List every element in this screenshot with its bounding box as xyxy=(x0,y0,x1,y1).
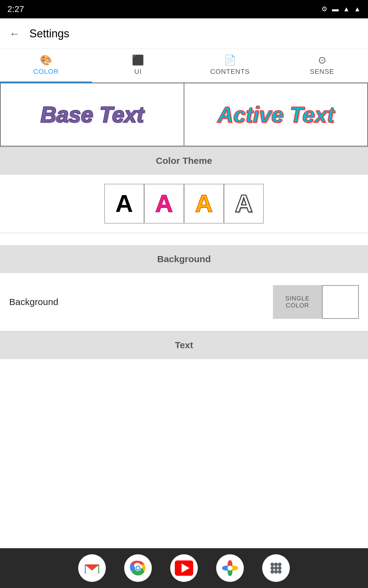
base-text-display: Base Text xyxy=(40,102,144,127)
swatch-letter-black: A xyxy=(115,190,133,218)
swatch-letter-orange: A xyxy=(195,190,213,218)
svg-point-16 xyxy=(278,563,282,566)
apps-grid-icon xyxy=(268,560,284,576)
svg-point-13 xyxy=(228,566,232,571)
swatch-letter-outline: A xyxy=(235,190,253,218)
background-label: Background xyxy=(9,297,58,307)
tab-ui[interactable]: ⬛ UI xyxy=(92,49,184,82)
photos-app[interactable] xyxy=(216,554,244,582)
youtube-icon xyxy=(175,560,193,576)
single-color-label: SINGLE COLOR xyxy=(273,295,322,309)
gmail-app[interactable] xyxy=(78,554,106,582)
top-bar: ← Settings xyxy=(0,18,368,49)
signal-icon: ▲ xyxy=(354,5,361,13)
color-theme-header: Color Theme xyxy=(0,147,368,175)
text-section-header: Text xyxy=(0,331,368,359)
background-options: SINGLE COLOR xyxy=(273,285,359,319)
chrome-app[interactable] xyxy=(124,554,152,582)
swatch-letter-pink: A xyxy=(155,190,173,218)
youtube-app[interactable] xyxy=(170,554,198,582)
status-icons: ⚙ ▬ ▲ ▲ xyxy=(321,5,361,13)
wifi-icon: ▲ xyxy=(343,5,350,13)
bottom-nav xyxy=(0,548,368,588)
photos-icon xyxy=(221,559,239,577)
svg-point-5 xyxy=(136,567,140,570)
active-text-preview[interactable]: Active Text xyxy=(184,83,368,146)
swatch-outline[interactable]: A xyxy=(224,184,264,224)
tab-color[interactable]: 🎨 COLOR xyxy=(0,49,92,82)
base-text-preview[interactable]: Base Text xyxy=(0,83,184,146)
tab-contents[interactable]: 📄 CONTENTS xyxy=(184,49,276,82)
ui-icon: ⬛ xyxy=(132,54,144,66)
active-text-display: Active Text xyxy=(217,102,334,127)
text-section-title: Text xyxy=(175,340,193,350)
swatch-pink[interactable]: A xyxy=(144,184,184,224)
background-title: Background xyxy=(157,254,211,264)
svg-point-17 xyxy=(270,566,274,570)
tab-color-label: COLOR xyxy=(33,68,59,76)
status-time: 2:27 xyxy=(7,4,24,14)
status-bar: 2:27 ⚙ ▬ ▲ ▲ xyxy=(0,0,368,18)
white-color-option[interactable] xyxy=(322,285,359,319)
background-section-header: Background xyxy=(0,245,368,273)
preview-section: Base Text Active Text xyxy=(0,83,368,147)
color-theme-title: Color Theme xyxy=(156,156,212,166)
svg-point-15 xyxy=(274,563,278,566)
back-button[interactable]: ← xyxy=(9,27,20,40)
svg-point-22 xyxy=(278,570,282,574)
gear-icon: ⚙ xyxy=(321,5,328,13)
theme-swatches: A A A A xyxy=(0,175,368,233)
gmail-icon xyxy=(83,559,101,577)
tab-ui-label: UI xyxy=(134,68,142,76)
apps-button[interactable] xyxy=(262,554,290,582)
chrome-icon xyxy=(129,559,147,577)
swatch-black[interactable]: A xyxy=(104,184,144,224)
swatch-orange[interactable]: A xyxy=(184,184,224,224)
single-color-option[interactable]: SINGLE COLOR xyxy=(273,285,322,319)
sense-icon: ⊙ xyxy=(318,54,326,66)
palette-icon: 🎨 xyxy=(40,54,52,66)
contents-icon: 📄 xyxy=(224,54,236,66)
svg-point-14 xyxy=(270,563,274,566)
page-title: Settings xyxy=(29,27,69,40)
spacer xyxy=(0,233,368,245)
background-row: Background SINGLE COLOR xyxy=(0,273,368,331)
tab-bar: 🎨 COLOR ⬛ UI 📄 CONTENTS ⊙ SENSE xyxy=(0,49,368,83)
battery-icon: ▬ xyxy=(332,5,339,13)
svg-point-21 xyxy=(274,570,278,574)
tab-contents-label: CONTENTS xyxy=(210,68,250,76)
tab-sense[interactable]: ⊙ SENSE xyxy=(276,49,368,82)
tab-sense-label: SENSE xyxy=(310,68,334,76)
svg-point-19 xyxy=(278,566,282,570)
svg-point-18 xyxy=(274,566,278,570)
svg-point-20 xyxy=(270,570,274,574)
